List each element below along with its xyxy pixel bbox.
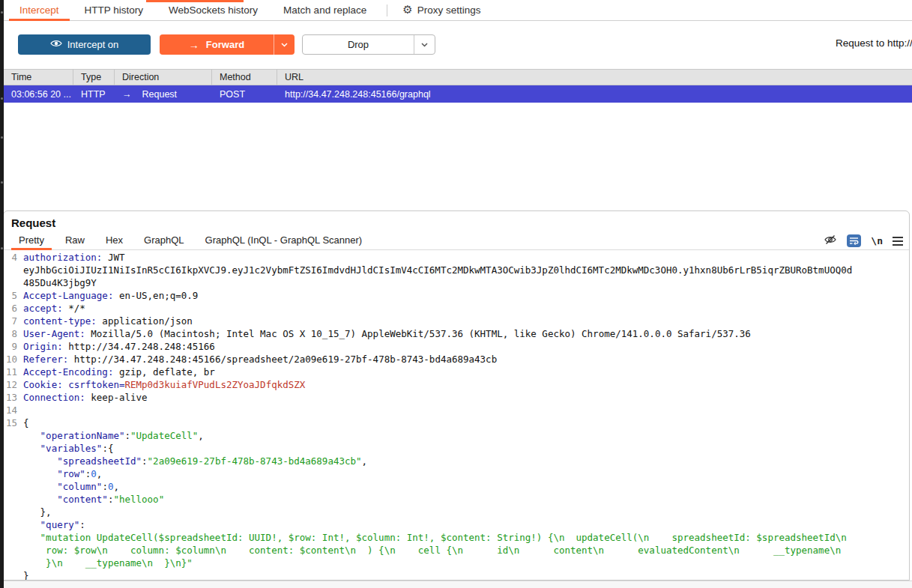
cell-url: http://34.47.248.248:45166/graphql (277, 89, 912, 100)
tab-match-and-replace[interactable]: Match and replace (271, 0, 379, 21)
tab-hex[interactable]: Hex (95, 231, 133, 250)
edge-dot (1, 97, 3, 100)
intercept-toggle-button[interactable]: Intercept on (18, 34, 151, 55)
request-view-tabs: Pretty Raw Hex GraphQL GraphQL (InQL - G… (4, 231, 909, 250)
editor-line: "spreadsheetId":"2a09e619-27bf-478b-8743… (4, 455, 909, 467)
editor-line: eyJhbGciOiJIUzI1NiIsInR5cCI6IkpXVCJ9.eyJ… (4, 264, 909, 276)
tab-intercept[interactable]: Intercept (7, 0, 72, 21)
direction-label: Request (142, 89, 178, 100)
editor-line: "content":"hellooo" (4, 493, 909, 506)
editor-line: 10Referer: http://34.47.248.248:45166/sp… (4, 353, 909, 366)
editor-line: 7content-type: application/json (4, 315, 909, 327)
request-editor[interactable]: 4authorization: JWTeyJhbGciOiJIUzI1NiIsI… (4, 251, 909, 580)
forward-dropdown-caret[interactable] (274, 34, 295, 55)
direction-arrow-icon: → (122, 89, 132, 100)
editor-line: 9Origin: http://34.47.248.248:45166 (4, 340, 909, 353)
intercept-toolbar: Intercept on → Forward Drop Request to h… (4, 30, 912, 58)
request-editor-lines: 4authorization: JWTeyJhbGciOiJIUzI1NiIsI… (4, 251, 909, 580)
editor-line: }, (4, 506, 909, 518)
editor-line: 4authorization: JWT (4, 251, 909, 264)
cell-direction: → Request (115, 89, 212, 100)
editor-line: 14 (4, 404, 909, 416)
drop-label: Drop (303, 39, 414, 50)
tab-raw[interactable]: Raw (55, 231, 95, 250)
editor-line: "row":0, (4, 467, 909, 480)
eye-icon (50, 39, 62, 50)
editor-line: 11Accept-Encoding: gzip, deflate, br (4, 366, 909, 378)
proxy-settings-label: Proxy settings (417, 4, 481, 16)
forward-button[interactable]: → Forward (160, 34, 295, 55)
proxy-intercept-screen: Intercept HTTP history WebSockets histor… (0, 0, 912, 588)
hide-eye-icon[interactable] (824, 234, 837, 248)
col-header-direction[interactable]: Direction (115, 70, 212, 85)
tab-separator (387, 4, 387, 16)
drop-button[interactable]: Drop (302, 34, 435, 55)
editor-line: 13Connection: keep-alive (4, 391, 909, 404)
edge-dot (1, 181, 3, 184)
editor-line: 5Accept-Language: en-US,en;q=0.9 (4, 289, 909, 302)
forward-label: Forward (206, 39, 244, 50)
intercept-toggle-label: Intercept on (67, 39, 119, 50)
tab-graphql-inql[interactable]: GraphQL (InQL - GraphQL Scanner) (195, 231, 373, 250)
wrap-lines-icon[interactable] (847, 234, 861, 247)
cell-time: 03:06:56 20 ... (4, 89, 73, 100)
editor-line: "column":0, (4, 480, 909, 493)
left-edge-strip (0, 0, 4, 588)
tab-websockets-history[interactable]: WebSockets history (156, 0, 271, 21)
editor-line: "variables":{ (4, 442, 909, 455)
proxy-tab-bar: Intercept HTTP history WebSockets histor… (4, 0, 912, 21)
editor-line: "operationName":"UpdateCell", (4, 429, 909, 442)
intercept-queue-table: Time Type Direction Method URL 03:06:56 … (4, 69, 912, 103)
editor-line: }\n __typename\n }\n}" (4, 557, 909, 569)
tab-pretty[interactable]: Pretty (8, 231, 55, 250)
drop-dropdown-caret[interactable] (414, 35, 435, 54)
request-panel: Request Pretty Raw Hex GraphQL GraphQL (… (3, 210, 910, 581)
request-to-label: Request to http://3 (836, 37, 912, 49)
tab-http-history[interactable]: HTTP history (72, 0, 157, 21)
bottom-search-strip (4, 581, 912, 588)
editor-line: 15{ (4, 416, 909, 429)
forward-arrow-icon: → (189, 39, 199, 51)
col-header-time[interactable]: Time (4, 70, 73, 85)
table-row[interactable]: 03:06:56 20 ... HTTP → Request POST http… (4, 85, 912, 103)
editor-line: row: $row\n column: $column\n content: $… (4, 544, 909, 557)
col-header-method[interactable]: Method (212, 70, 277, 85)
newline-chars-icon[interactable]: \n (871, 235, 883, 246)
editor-line: "mutation UpdateCell($spreadsheetId: UUI… (4, 531, 909, 544)
table-header-row: Time Type Direction Method URL (4, 69, 912, 85)
editor-toolbar-icons: \n (824, 231, 903, 250)
editor-line: 12Cookie: csrftoken=REMp0d3kuiafVPudLs2Z… (4, 378, 909, 391)
editor-line: 485Du4K3jbg9Y (4, 276, 909, 289)
edge-dot (1, 247, 3, 249)
tab-proxy-settings[interactable]: ⚙ Proxy settings (395, 4, 488, 16)
cell-method: POST (212, 89, 277, 100)
editor-line: 6accept: */* (4, 302, 909, 315)
editor-menu-icon[interactable] (893, 234, 903, 248)
gear-icon: ⚙ (402, 4, 412, 16)
editor-line: 8User-Agent: Mozilla/5.0 (Macintosh; Int… (4, 327, 909, 340)
edge-dot (1, 136, 3, 139)
editor-line: } (4, 569, 909, 580)
editor-line: "query": (4, 518, 909, 531)
request-panel-title: Request (11, 216, 55, 229)
col-header-url[interactable]: URL (277, 70, 912, 85)
tab-graphql[interactable]: GraphQL (133, 231, 194, 250)
cell-type: HTTP (73, 89, 115, 100)
edge-dot (1, 11, 3, 13)
col-header-type[interactable]: Type (73, 70, 115, 85)
